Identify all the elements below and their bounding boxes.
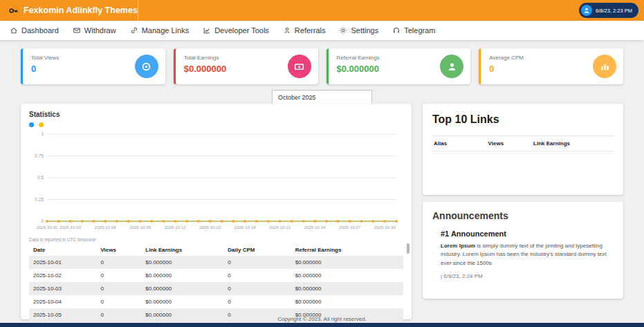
stat-card-average-cpm: Average CPM 0 xyxy=(479,48,623,84)
column-header: Views xyxy=(96,244,141,256)
nav-item-settings[interactable]: Settings xyxy=(332,21,385,40)
svg-text:0.75: 0.75 xyxy=(35,153,44,158)
brand[interactable]: Fexkomin Adlinkfly Themes xyxy=(0,0,138,21)
header-datetime: 6/8/23, 2:23 PM xyxy=(596,8,632,14)
nav-item-dashboard[interactable]: Dashboard xyxy=(3,21,66,40)
svg-text:2025-10-30: 2025-10-30 xyxy=(374,225,396,230)
announcement-lead: Lorem Ipsum xyxy=(441,243,475,249)
svg-text:2025-10-06: 2025-10-06 xyxy=(95,225,116,230)
announcement-item: #1 Announcement Lorem Ipsum is simply du… xyxy=(432,230,614,279)
avatar xyxy=(581,5,592,16)
nav-item-telegram[interactable]: Telegram xyxy=(385,21,442,40)
user-menu[interactable]: 6/8/23, 2:23 PM xyxy=(579,3,638,18)
svg-text:0.25: 0.25 xyxy=(35,197,44,202)
page: { "header": { "brand": "Fexkomin Adlinkf… xyxy=(0,0,644,327)
table-cell: 0 xyxy=(96,282,141,295)
nav-item-label: Withdraw xyxy=(84,26,116,35)
month-picker-row: October 2025 xyxy=(0,90,644,105)
person-icon xyxy=(283,26,291,35)
nav-item-label: Settings xyxy=(351,26,378,35)
table-cell: 0 xyxy=(96,256,141,269)
svg-text:2025-10-24: 2025-10-24 xyxy=(304,225,326,230)
table-row: 2025-10-010$0.0000000$0.000000 xyxy=(29,256,403,269)
stats-table-head-row: DateViewsLink EarningsDaily CPMReferral … xyxy=(29,244,403,256)
table-row: 2025-10-030$0.0000000$0.000000 xyxy=(29,282,403,295)
brand-title: Fexkomin Adlinkfly Themes xyxy=(24,6,138,15)
table-cell: 2025-10-01 xyxy=(29,256,96,269)
nav-item-label: Telegram xyxy=(404,26,435,35)
column-header: Date xyxy=(29,244,96,256)
announcement-timestamp: | 6/8/23, 2:24 PM xyxy=(441,273,614,279)
announcements-panel: Announcements #1 Announcement Lorem Ipsu… xyxy=(423,202,623,299)
footer: Copyright © 2023. All right reserved. xyxy=(0,316,644,322)
svg-text:2025-10-21: 2025-10-21 xyxy=(269,225,291,230)
top-links-table: AliasViewsLink Earnings xyxy=(432,136,614,151)
nav-item-withdraw[interactable]: Withdraw xyxy=(66,21,123,40)
legend-dot[interactable] xyxy=(39,122,44,127)
nav-item-label: Referrals xyxy=(295,26,326,35)
table-cell: $0.000000 xyxy=(291,269,403,282)
table-cell: 2025-10-04 xyxy=(29,295,96,308)
stat-card-total-views: Total Views 0 xyxy=(21,48,165,84)
stats-table-wrap: DateViewsLink EarningsDaily CPMReferral … xyxy=(29,244,403,321)
chart-legend xyxy=(29,122,403,127)
bottom-bar xyxy=(0,323,644,327)
copyright-text: Copyright © 2023. All right reserved. xyxy=(277,316,367,322)
app-header: Fexkomin Adlinkfly Themes 6/8/23, 2:23 P… xyxy=(0,0,644,21)
svg-text:0.5: 0.5 xyxy=(37,175,44,180)
table-cell: $0.000000 xyxy=(291,295,403,308)
table-row: 2025-10-020$0.0000000$0.000000 xyxy=(29,269,403,282)
table-cell: $0.000000 xyxy=(141,282,223,295)
scrollbar-thumb[interactable] xyxy=(407,243,410,254)
table-cell: 0 xyxy=(223,282,291,295)
chart-icon xyxy=(203,26,211,35)
svg-text:2025-10-03: 2025-10-03 xyxy=(59,225,81,230)
table-cell: 0 xyxy=(223,269,291,282)
table-cell: 0 xyxy=(223,256,291,269)
headset-icon xyxy=(392,26,401,35)
announcement-body: Lorem Ipsum is simply dummy text of the … xyxy=(441,242,614,268)
toplinks-table-head-row: AliasViewsLink Earnings xyxy=(432,136,614,151)
timezone-note: Data is reported in UTC timezone xyxy=(29,237,403,242)
top-links-title: Top 10 Links xyxy=(432,113,614,126)
cpm-icon xyxy=(593,55,616,78)
nav-item-developer-tools[interactable]: Developer Tools xyxy=(196,21,276,40)
nav-item-manage-links[interactable]: Manage Links xyxy=(123,21,196,40)
table-cell: 2025-10-02 xyxy=(29,269,96,282)
top-links-panel: Top 10 Links AliasViewsLink Earnings xyxy=(423,104,623,195)
table-cell: $0.000000 xyxy=(141,295,223,308)
column-header: Link Earnings xyxy=(532,136,614,151)
table-cell: 2025-10-03 xyxy=(29,282,96,295)
gear-icon xyxy=(339,26,347,35)
svg-text:2025-10-15: 2025-10-15 xyxy=(199,225,221,230)
svg-text:2025-10-27: 2025-10-27 xyxy=(339,225,360,230)
svg-text:2025-10-18: 2025-10-18 xyxy=(234,225,256,230)
legend-dot[interactable] xyxy=(29,122,34,127)
main-nav: Dashboard Withdraw Manage Links Develope… xyxy=(0,21,644,40)
svg-text:2025-10-01: 2025-10-01 xyxy=(37,225,58,230)
table-row: 2025-10-040$0.0000000$0.000000 xyxy=(29,295,403,308)
column-header: Views xyxy=(487,136,533,151)
statistics-chart: 00.250.50.7512025-10-012025-10-032025-10… xyxy=(29,129,403,236)
stat-card-total-earnings: Total Earnings $0.000000 xyxy=(174,48,318,84)
table-cell: $0.000000 xyxy=(141,256,223,269)
table-cell: $0.000000 xyxy=(291,282,403,295)
month-picker[interactable]: October 2025 xyxy=(272,90,372,105)
nav-item-label: Manage Links xyxy=(142,26,190,35)
referrals-icon xyxy=(440,55,463,78)
column-header: Alias xyxy=(432,136,487,151)
svg-text:2025-10-09: 2025-10-09 xyxy=(129,225,151,230)
column-header: Referral Earnings xyxy=(291,244,403,256)
announcement-heading: #1 Announcement xyxy=(441,230,614,238)
table-cell: 0 xyxy=(96,295,141,308)
statistics-panel: Statistics 00.250.50.7512025-10-012025-1… xyxy=(21,104,412,319)
earnings-icon xyxy=(288,55,311,78)
link-icon xyxy=(130,26,138,35)
statistics-chart-svg: 00.250.50.7512025-10-012025-10-032025-10… xyxy=(29,129,403,234)
stat-cards: Total Views 0 Total Earnings $0.000000 R… xyxy=(21,48,623,84)
stats-table-body: 2025-10-010$0.0000000$0.0000002025-10-02… xyxy=(29,256,403,321)
stat-card-referral-earnings: Referral Earnings $0.000000 xyxy=(326,48,471,84)
nav-item-referrals[interactable]: Referrals xyxy=(276,21,333,40)
svg-text:0: 0 xyxy=(41,218,44,223)
views-icon xyxy=(135,55,158,78)
